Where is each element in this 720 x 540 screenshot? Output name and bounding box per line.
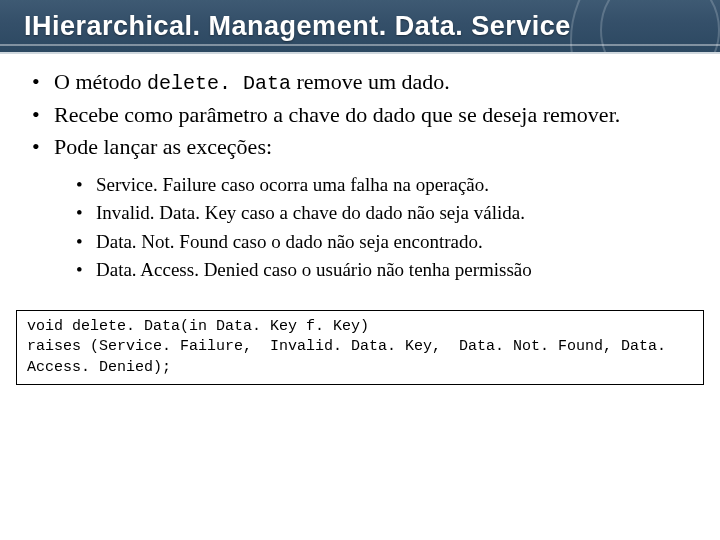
slide: IHierarchical. Management. Data. Service…	[0, 0, 720, 540]
bullet-text: Recebe como parâmetro a chave do dado qu…	[54, 102, 620, 127]
bullet-item: Pode lançar as exceções: Service. Failur…	[30, 133, 690, 282]
sub-bullet-text: Invalid. Data. Key caso a chave do dado …	[96, 202, 525, 223]
bullet-text: remove um dado.	[291, 69, 450, 94]
bullet-item: O método delete. Data remove um dado.	[30, 68, 690, 97]
code-line: raises (Service. Failure, Invalid. Data.…	[27, 338, 675, 375]
sub-bullet-item: Data. Access. Denied caso o usuário não …	[74, 258, 690, 282]
bullet-text: O método	[54, 69, 147, 94]
sub-bullet-item: Invalid. Data. Key caso a chave do dado …	[74, 201, 690, 225]
sub-bullet-text: Service. Failure caso ocorra uma falha n…	[96, 174, 489, 195]
sub-bullet-list: Service. Failure caso ocorra uma falha n…	[74, 173, 690, 282]
bullet-item: Recebe como parâmetro a chave do dado qu…	[30, 101, 690, 129]
sub-bullet-item: Data. Not. Found caso o dado não seja en…	[74, 230, 690, 254]
title-bar: IHierarchical. Management. Data. Service	[0, 0, 720, 54]
sub-bullet-text: Data. Not. Found caso o dado não seja en…	[96, 231, 483, 252]
sub-bullet-text: Data. Access. Denied caso o usuário não …	[96, 259, 532, 280]
main-bullet-list: O método delete. Data remove um dado. Re…	[30, 68, 690, 282]
code-line: void delete. Data(in Data. Key f. Key)	[27, 318, 369, 335]
slide-title: IHierarchical. Management. Data. Service	[0, 0, 720, 42]
slide-body: O método delete. Data remove um dado. Re…	[0, 54, 720, 282]
bullet-text: Pode lançar as exceções:	[54, 134, 272, 159]
sub-bullet-item: Service. Failure caso ocorra uma falha n…	[74, 173, 690, 197]
code-signature-box: void delete. Data(in Data. Key f. Key) r…	[16, 310, 704, 385]
inline-code: delete. Data	[147, 72, 291, 95]
